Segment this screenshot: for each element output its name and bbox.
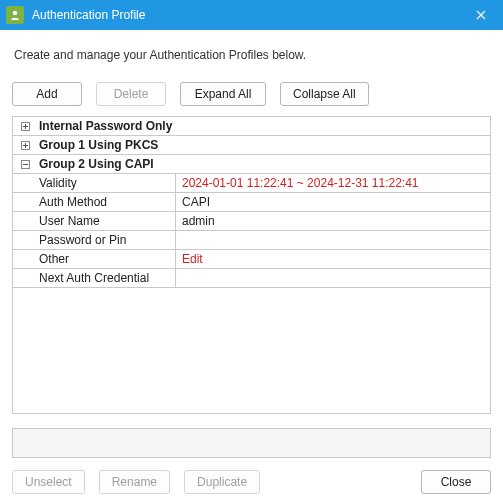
rename-button[interactable]: Rename [99,470,170,494]
status-bar [12,428,491,458]
duplicate-button[interactable]: Duplicate [184,470,260,494]
plus-icon[interactable] [21,141,30,150]
group-label: Group 2 Using CAPI [37,157,154,171]
group-internal-password[interactable]: Internal Password Only [13,117,490,136]
group-label: Group 1 Using PKCS [37,138,158,152]
close-icon [476,10,486,20]
expand-all-button[interactable]: Expand All [180,82,266,106]
unselect-button[interactable]: Unselect [12,470,85,494]
row-value: admin [176,212,490,230]
close-button[interactable]: Close [421,470,491,494]
row-validity[interactable]: Validity 2024-01-01 11:22:41 ~ 2024-12-3… [13,174,490,193]
group-capi[interactable]: Group 2 Using CAPI [13,155,490,174]
row-value [176,231,490,249]
row-key: Validity [13,174,176,192]
plus-icon[interactable] [21,122,30,131]
edit-link[interactable]: Edit [176,250,490,268]
group-label: Internal Password Only [37,119,172,133]
dialog-body: Create and manage your Authentication Pr… [0,30,503,504]
empty-panel [12,288,491,414]
window-close-button[interactable] [459,0,503,30]
top-button-row: Add Delete Expand All Collapse All [12,82,491,106]
row-value [176,269,490,287]
row-key: Next Auth Credential [13,269,176,287]
row-password-or-pin[interactable]: Password or Pin [13,231,490,250]
row-key: Auth Method [13,193,176,211]
bottom-button-row: Unselect Rename Duplicate Close [12,470,491,494]
collapse-all-button[interactable]: Collapse All [280,82,369,106]
svg-point-0 [13,11,18,16]
row-key: User Name [13,212,176,230]
titlebar: Authentication Profile [0,0,503,30]
instruction-text: Create and manage your Authentication Pr… [14,48,491,62]
delete-button[interactable]: Delete [96,82,166,106]
add-button[interactable]: Add [12,82,82,106]
row-key: Password or Pin [13,231,176,249]
app-user-icon [6,6,24,24]
row-next-auth-credential[interactable]: Next Auth Credential [13,269,490,288]
group-pkcs[interactable]: Group 1 Using PKCS [13,136,490,155]
row-value: CAPI [176,193,490,211]
row-value: 2024-01-01 11:22:41 ~ 2024-12-31 11:22:4… [176,174,490,192]
window-title: Authentication Profile [32,8,145,22]
row-key: Other [13,250,176,268]
profile-tree: Internal Password Only Group 1 Using PKC… [12,116,491,288]
row-user-name[interactable]: User Name admin [13,212,490,231]
row-other[interactable]: Other Edit [13,250,490,269]
row-auth-method[interactable]: Auth Method CAPI [13,193,490,212]
minus-icon[interactable] [21,160,30,169]
